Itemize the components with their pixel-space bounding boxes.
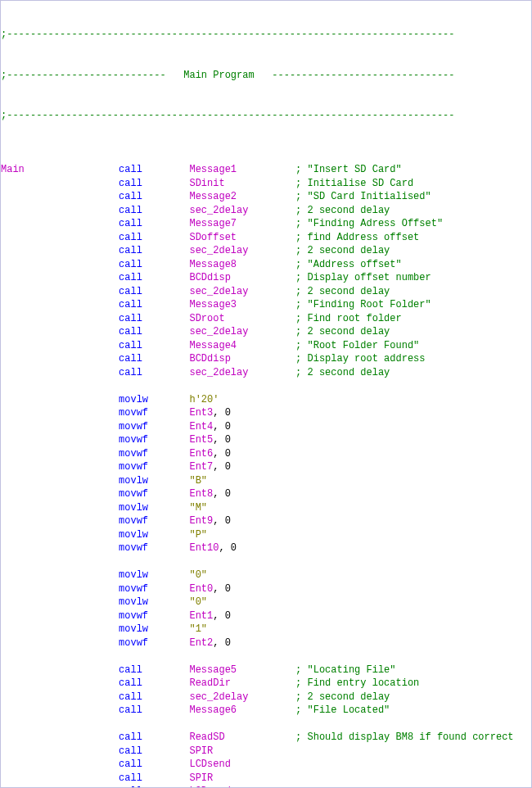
indent (1, 596, 119, 609)
code-line: call SDroot ; Find root folder (1, 312, 531, 326)
operand-tail: , 0 (213, 460, 231, 474)
operand-tail: , 0 (213, 447, 231, 461)
operand-tail: , 0 (213, 433, 231, 447)
opcode: movlw (119, 393, 189, 407)
comment: ; 2 second delay (295, 285, 390, 299)
opcode: movwf (119, 406, 189, 420)
opcode: call (119, 663, 189, 677)
code-line: movlw "M" (1, 501, 531, 515)
operand: sec_2delay (189, 285, 248, 299)
comment: ; Display root address (295, 352, 425, 366)
opcode: movlw (119, 568, 189, 582)
indent (1, 339, 119, 353)
header-rule-2-right: ------------------------------- (255, 69, 455, 83)
operand-tail: , 0 (213, 420, 231, 434)
indent (1, 231, 119, 245)
operand: LCDsend (189, 758, 230, 772)
opcode: movwf (119, 447, 189, 461)
code-line: movlw "B" (1, 474, 531, 488)
comment: ; "SD Card Initialised" (295, 190, 431, 204)
opcode: call (119, 258, 189, 272)
operand: "1" (189, 623, 207, 636)
operand-tail: , 0 (213, 636, 231, 650)
opcode: movwf (119, 636, 189, 650)
opcode: call (119, 177, 189, 191)
opcode: movlw (119, 596, 189, 609)
opcode: movwf (119, 582, 189, 596)
comment: ; Initialise SD Card (295, 177, 413, 191)
operand: Ent1 (189, 609, 213, 623)
code-line: call LCDsend (1, 758, 531, 772)
code-line: call sec_2delay ; 2 second delay (1, 285, 531, 299)
opcode: call (119, 691, 189, 704)
operand: sec_2delay (189, 366, 248, 380)
code-line: movwf Ent8, 0 (1, 487, 531, 501)
comment: ; 2 second delay (295, 691, 390, 704)
code-line: movwf Ent0, 0 (1, 582, 531, 596)
indent (1, 636, 119, 650)
code-line: call sec_2delay ; 2 second delay (1, 244, 531, 258)
operand: Ent8 (189, 487, 213, 501)
operand: SDoffset (189, 231, 237, 245)
opcode: call (119, 772, 189, 786)
code-line: movwf Ent5, 0 (1, 433, 531, 447)
operand: SPIR (189, 772, 213, 786)
operand: Ent4 (189, 420, 213, 434)
operand-tail: , 0 (213, 514, 231, 528)
opcode: call (119, 244, 189, 258)
comment: ; "Address offset" (295, 258, 402, 272)
code-line: movlw "P" (1, 528, 531, 542)
indent (1, 420, 119, 434)
comment: ; Display offset number (295, 271, 431, 285)
opcode: call (119, 271, 189, 285)
operand: Ent3 (189, 406, 213, 420)
operand: Message5 (189, 663, 237, 677)
opcode: call (119, 312, 189, 326)
operand-tail: , 0 (213, 609, 231, 623)
code-line: movwf Ent1, 0 (1, 609, 531, 623)
comment: ; Should display BM8 if found correct (295, 731, 513, 745)
code-line: call Message4 ; "Root Folder Found" (1, 339, 531, 353)
operand: ReadSD (189, 731, 224, 745)
header-rule-2-left: ;--------------------------- (1, 69, 183, 83)
indent (1, 190, 119, 204)
operand: BCDdisp (189, 352, 230, 366)
opcode: call (119, 745, 189, 759)
code-line (1, 379, 531, 393)
indent (1, 785, 119, 788)
code-line: movwf Ent7, 0 (1, 460, 531, 474)
code-line: call BCDdisp ; Display offset number (1, 271, 531, 285)
opcode: movwf (119, 541, 189, 555)
comment: ; 2 second delay (295, 325, 390, 339)
operand: sec_2delay (189, 691, 248, 704)
indent (1, 433, 119, 447)
opcode: call (119, 785, 189, 788)
comment: ; "Finding Adress Offset" (295, 217, 443, 231)
comment: ; Find root folder (295, 312, 402, 326)
code-line: movwf Ent9, 0 (1, 514, 531, 528)
code-line: movlw "0" (1, 568, 531, 582)
comment: ; Find entry location (295, 677, 419, 691)
code-line (1, 555, 531, 569)
operand: "0" (189, 568, 207, 582)
opcode: movwf (119, 433, 189, 447)
indent (1, 487, 119, 501)
code-line: call Message5 ; "Locating File" (1, 663, 531, 677)
operand: "M" (189, 501, 207, 515)
opcode: movlw (119, 528, 189, 542)
code-line: call SDinit ; Initialise SD Card (1, 177, 531, 191)
opcode: call (119, 163, 189, 177)
indent (1, 474, 119, 488)
label-main: Main (1, 163, 119, 177)
comment: ; 2 second delay (295, 204, 390, 218)
header-rule-3: ;---------------------------------------… (1, 109, 455, 123)
indent (1, 501, 119, 515)
operand-tail: , 0 (219, 541, 237, 555)
operand: Ent10 (189, 541, 219, 555)
opcode: movwf (119, 460, 189, 474)
indent (1, 568, 119, 582)
comment: ; find Address offset (295, 231, 419, 245)
code-line: movwf Ent6, 0 (1, 447, 531, 461)
operand: sec_2delay (189, 244, 248, 258)
indent (1, 244, 119, 258)
